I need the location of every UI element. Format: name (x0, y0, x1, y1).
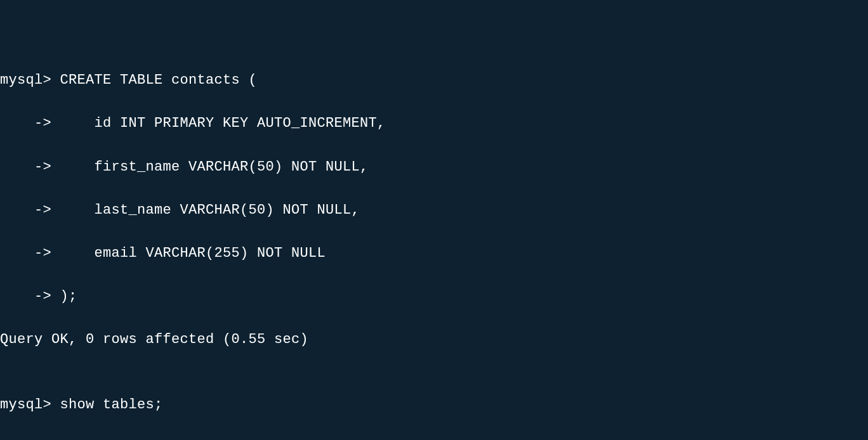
terminal-line: -> id INT PRIMARY KEY AUTO_INCREMENT, (0, 113, 868, 134)
terminal-line: mysql> CREATE TABLE contacts ( (0, 70, 868, 91)
terminal-line: -> ); (0, 286, 868, 307)
terminal-line: -> first_name VARCHAR(50) NOT NULL, (0, 157, 868, 178)
terminal-line: mysql> show tables; (0, 394, 868, 416)
terminal-line: -> last_name VARCHAR(50) NOT NULL, (0, 200, 868, 221)
terminal-line: Query OK, 0 rows affected (0.55 sec) (0, 329, 868, 351)
terminal-line: -> email VARCHAR(255) NOT NULL (0, 243, 868, 264)
terminal-line: +--------------------+ (0, 437, 868, 440)
